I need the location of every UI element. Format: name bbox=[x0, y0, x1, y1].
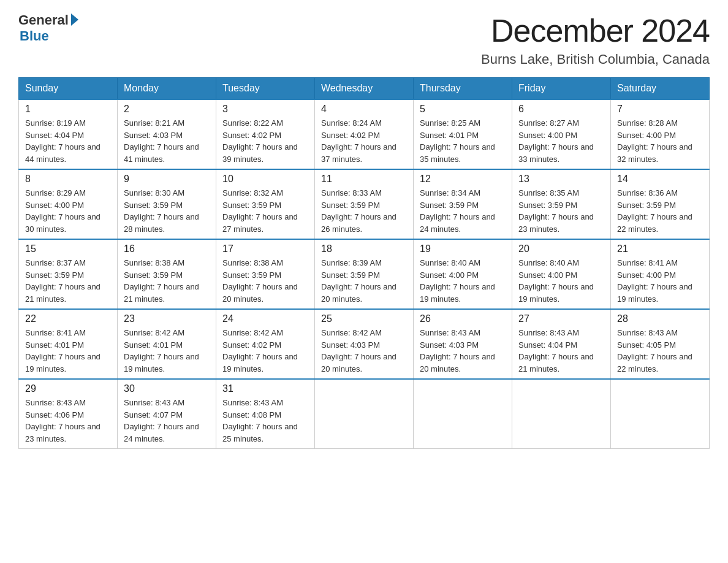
calendar-cell: 14 Sunrise: 8:36 AMSunset: 3:59 PMDaylig… bbox=[611, 169, 710, 239]
weekday-header-thursday: Thursday bbox=[414, 78, 512, 100]
day-info: Sunrise: 8:37 AMSunset: 3:59 PMDaylight:… bbox=[25, 257, 111, 305]
weekday-header-saturday: Saturday bbox=[611, 78, 710, 100]
weekday-header-tuesday: Tuesday bbox=[216, 78, 315, 100]
calendar-cell: 19 Sunrise: 8:40 AMSunset: 4:00 PMDaylig… bbox=[414, 239, 512, 309]
day-info: Sunrise: 8:43 AMSunset: 4:03 PMDaylight:… bbox=[420, 327, 506, 375]
calendar-cell: 11 Sunrise: 8:33 AMSunset: 3:59 PMDaylig… bbox=[315, 169, 414, 239]
day-number: 15 bbox=[25, 243, 111, 255]
calendar-week-row: 1 Sunrise: 8:19 AMSunset: 4:04 PMDayligh… bbox=[19, 99, 710, 169]
day-number: 19 bbox=[420, 243, 506, 255]
day-number: 5 bbox=[420, 104, 506, 115]
weekday-header-row: SundayMondayTuesdayWednesdayThursdayFrid… bbox=[19, 78, 710, 100]
day-info: Sunrise: 8:43 AMSunset: 4:08 PMDaylight:… bbox=[222, 397, 308, 445]
calendar-cell: 1 Sunrise: 8:19 AMSunset: 4:04 PMDayligh… bbox=[19, 99, 118, 169]
day-info: Sunrise: 8:22 AMSunset: 4:02 PMDaylight:… bbox=[222, 117, 308, 165]
weekday-header-friday: Friday bbox=[512, 78, 611, 100]
day-info: Sunrise: 8:35 AMSunset: 3:59 PMDaylight:… bbox=[518, 187, 604, 235]
day-number: 1 bbox=[25, 104, 111, 115]
calendar-cell: 25 Sunrise: 8:42 AMSunset: 4:03 PMDaylig… bbox=[315, 309, 414, 379]
day-number: 28 bbox=[617, 313, 703, 324]
day-info: Sunrise: 8:40 AMSunset: 4:00 PMDaylight:… bbox=[420, 257, 506, 305]
calendar-cell: 26 Sunrise: 8:43 AMSunset: 4:03 PMDaylig… bbox=[414, 309, 512, 379]
day-info: Sunrise: 8:42 AMSunset: 4:03 PMDaylight:… bbox=[321, 327, 407, 375]
day-info: Sunrise: 8:43 AMSunset: 4:07 PMDaylight:… bbox=[124, 397, 210, 445]
day-number: 2 bbox=[124, 104, 210, 115]
day-number: 30 bbox=[124, 383, 210, 394]
day-number: 8 bbox=[25, 174, 111, 185]
day-info: Sunrise: 8:38 AMSunset: 3:59 PMDaylight:… bbox=[124, 257, 210, 305]
day-number: 9 bbox=[124, 174, 210, 185]
calendar-cell bbox=[512, 379, 611, 449]
day-number: 29 bbox=[25, 383, 111, 394]
day-number: 21 bbox=[617, 243, 703, 255]
weekday-header-monday: Monday bbox=[118, 78, 216, 100]
calendar-cell: 16 Sunrise: 8:38 AMSunset: 3:59 PMDaylig… bbox=[118, 239, 216, 309]
day-info: Sunrise: 8:38 AMSunset: 3:59 PMDaylight:… bbox=[222, 257, 308, 305]
calendar-cell: 8 Sunrise: 8:29 AMSunset: 4:00 PMDayligh… bbox=[19, 169, 118, 239]
day-info: Sunrise: 8:34 AMSunset: 3:59 PMDaylight:… bbox=[420, 187, 506, 235]
day-info: Sunrise: 8:42 AMSunset: 4:02 PMDaylight:… bbox=[222, 327, 308, 375]
day-info: Sunrise: 8:41 AMSunset: 4:01 PMDaylight:… bbox=[25, 327, 111, 375]
logo: General Blue bbox=[18, 12, 78, 44]
page-header: General Blue December 2024 Burns Lake, B… bbox=[18, 12, 710, 67]
day-number: 7 bbox=[617, 104, 703, 115]
location-title: Burns Lake, British Columbia, Canada bbox=[481, 52, 710, 67]
calendar-cell: 21 Sunrise: 8:41 AMSunset: 4:00 PMDaylig… bbox=[611, 239, 710, 309]
day-info: Sunrise: 8:43 AMSunset: 4:05 PMDaylight:… bbox=[617, 327, 703, 375]
day-info: Sunrise: 8:33 AMSunset: 3:59 PMDaylight:… bbox=[321, 187, 407, 235]
calendar-cell: 27 Sunrise: 8:43 AMSunset: 4:04 PMDaylig… bbox=[512, 309, 611, 379]
day-info: Sunrise: 8:41 AMSunset: 4:00 PMDaylight:… bbox=[617, 257, 703, 305]
calendar-cell: 12 Sunrise: 8:34 AMSunset: 3:59 PMDaylig… bbox=[414, 169, 512, 239]
day-info: Sunrise: 8:30 AMSunset: 3:59 PMDaylight:… bbox=[124, 187, 210, 235]
calendar-cell bbox=[414, 379, 512, 449]
day-number: 17 bbox=[222, 243, 308, 255]
day-number: 12 bbox=[420, 174, 506, 185]
day-number: 27 bbox=[518, 313, 604, 324]
calendar-cell: 6 Sunrise: 8:27 AMSunset: 4:00 PMDayligh… bbox=[512, 99, 611, 169]
calendar-week-row: 29 Sunrise: 8:43 AMSunset: 4:06 PMDaylig… bbox=[19, 379, 710, 449]
calendar-cell: 28 Sunrise: 8:43 AMSunset: 4:05 PMDaylig… bbox=[611, 309, 710, 379]
day-number: 16 bbox=[124, 243, 210, 255]
calendar-cell: 13 Sunrise: 8:35 AMSunset: 3:59 PMDaylig… bbox=[512, 169, 611, 239]
calendar-cell bbox=[611, 379, 710, 449]
day-info: Sunrise: 8:32 AMSunset: 3:59 PMDaylight:… bbox=[222, 187, 308, 235]
day-number: 6 bbox=[518, 104, 604, 115]
calendar-cell: 4 Sunrise: 8:24 AMSunset: 4:02 PMDayligh… bbox=[315, 99, 414, 169]
calendar-cell: 23 Sunrise: 8:42 AMSunset: 4:01 PMDaylig… bbox=[118, 309, 216, 379]
logo-blue-text: Blue bbox=[20, 28, 49, 44]
logo-arrow-icon bbox=[71, 13, 78, 26]
calendar-week-row: 22 Sunrise: 8:41 AMSunset: 4:01 PMDaylig… bbox=[19, 309, 710, 379]
day-number: 4 bbox=[321, 104, 407, 115]
calendar-week-row: 8 Sunrise: 8:29 AMSunset: 4:00 PMDayligh… bbox=[19, 169, 710, 239]
calendar-cell: 10 Sunrise: 8:32 AMSunset: 3:59 PMDaylig… bbox=[216, 169, 315, 239]
calendar-cell: 5 Sunrise: 8:25 AMSunset: 4:01 PMDayligh… bbox=[414, 99, 512, 169]
calendar-cell: 30 Sunrise: 8:43 AMSunset: 4:07 PMDaylig… bbox=[118, 379, 216, 449]
day-number: 22 bbox=[25, 313, 111, 324]
day-info: Sunrise: 8:42 AMSunset: 4:01 PMDaylight:… bbox=[124, 327, 210, 375]
title-area: December 2024 Burns Lake, British Columb… bbox=[481, 12, 710, 67]
day-info: Sunrise: 8:43 AMSunset: 4:04 PMDaylight:… bbox=[518, 327, 604, 375]
logo-general-text: General bbox=[18, 12, 69, 28]
calendar-week-row: 15 Sunrise: 8:37 AMSunset: 3:59 PMDaylig… bbox=[19, 239, 710, 309]
day-number: 23 bbox=[124, 313, 210, 324]
day-number: 26 bbox=[420, 313, 506, 324]
day-info: Sunrise: 8:28 AMSunset: 4:00 PMDaylight:… bbox=[617, 117, 703, 165]
calendar-cell: 15 Sunrise: 8:37 AMSunset: 3:59 PMDaylig… bbox=[19, 239, 118, 309]
calendar-cell bbox=[315, 379, 414, 449]
day-info: Sunrise: 8:25 AMSunset: 4:01 PMDaylight:… bbox=[420, 117, 506, 165]
calendar-table: SundayMondayTuesdayWednesdayThursdayFrid… bbox=[18, 77, 710, 449]
day-number: 25 bbox=[321, 313, 407, 324]
weekday-header-sunday: Sunday bbox=[19, 78, 118, 100]
calendar-cell: 9 Sunrise: 8:30 AMSunset: 3:59 PMDayligh… bbox=[118, 169, 216, 239]
day-info: Sunrise: 8:29 AMSunset: 4:00 PMDaylight:… bbox=[25, 187, 111, 235]
calendar-cell: 7 Sunrise: 8:28 AMSunset: 4:00 PMDayligh… bbox=[611, 99, 710, 169]
day-number: 14 bbox=[617, 174, 703, 185]
calendar-cell: 2 Sunrise: 8:21 AMSunset: 4:03 PMDayligh… bbox=[118, 99, 216, 169]
day-number: 10 bbox=[222, 174, 308, 185]
day-number: 13 bbox=[518, 174, 604, 185]
calendar-cell: 31 Sunrise: 8:43 AMSunset: 4:08 PMDaylig… bbox=[216, 379, 315, 449]
day-info: Sunrise: 8:43 AMSunset: 4:06 PMDaylight:… bbox=[25, 397, 111, 445]
month-title: December 2024 bbox=[481, 12, 710, 49]
weekday-header-wednesday: Wednesday bbox=[315, 78, 414, 100]
day-number: 18 bbox=[321, 243, 407, 255]
